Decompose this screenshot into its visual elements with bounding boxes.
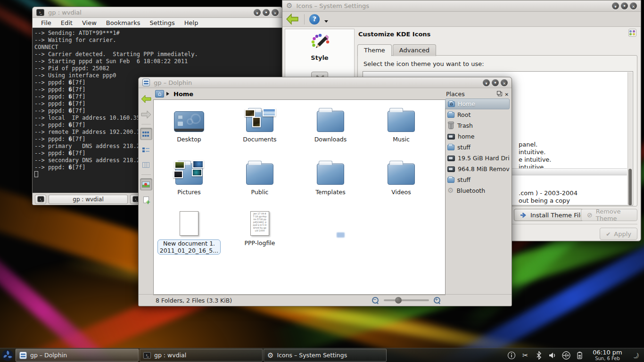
folder-item-desktop[interactable]: Desktop: [154, 104, 224, 143]
places-close-icon[interactable]: [505, 90, 509, 98]
battery-icon[interactable]: [575, 351, 585, 360]
menu-edit[interactable]: Edit: [56, 18, 77, 27]
breadcrumb: Home: [153, 88, 445, 99]
terminal-tab-label: gp : wvdial: [73, 196, 103, 203]
folder-icon: [246, 164, 273, 185]
folder-item-music[interactable]: Music: [366, 104, 437, 143]
zoom-slider-handle[interactable]: [395, 297, 402, 304]
settings-toolbar: [282, 12, 641, 27]
terminal-tab[interactable]: gp : wvdial: [49, 195, 128, 204]
places-float-icon[interactable]: [498, 92, 502, 96]
usb-device-icon[interactable]: [561, 351, 571, 360]
zoom-slider[interactable]: [384, 299, 429, 301]
folder-item-public[interactable]: Public: [224, 156, 295, 196]
file-item-ppp-logfile[interactable]: Jan 17 09:4 7:18 gp-Asp ire-5738 pp pd[1…: [224, 206, 295, 247]
clock-date: Sun, 6 Feb: [593, 355, 622, 362]
task-button-dolphin[interactable]: gp – Dolphin: [16, 349, 139, 362]
minimize-button[interactable]: [612, 2, 619, 9]
settings-titlebar[interactable]: ⚙ Icons – System Settings: [282, 0, 641, 12]
menu-file[interactable]: File: [36, 18, 56, 27]
forward-icon: [140, 110, 152, 119]
klipper-icon[interactable]: [520, 351, 530, 360]
columns-view-button[interactable]: [140, 159, 152, 171]
bluetooth-icon[interactable]: [534, 351, 544, 360]
remove-theme-button[interactable]: Remove Theme: [581, 209, 637, 221]
back-icon[interactable]: [285, 13, 299, 25]
page-icon: [180, 211, 198, 236]
maximize-button[interactable]: [621, 2, 628, 9]
dolphin-titlebar[interactable]: gp – Dolphin: [139, 77, 512, 88]
menu-help[interactable]: Help: [180, 18, 203, 27]
folder-item-documents[interactable]: Documents: [224, 104, 295, 143]
terminal-line: CONNECT: [34, 44, 282, 51]
zoom-in-icon[interactable]: +: [434, 297, 441, 304]
folder-item-videos[interactable]: Videos: [366, 156, 437, 196]
help-icon[interactable]: [309, 14, 320, 25]
folder-icon: [388, 111, 415, 132]
minimize-button[interactable]: [483, 79, 490, 86]
settings-tabs: Theme Advanced: [357, 44, 437, 56]
info-icon[interactable]: [507, 351, 516, 360]
place-item-hard-drive[interactable]: 19.5 GiB Hard Drive: [445, 153, 510, 164]
system-tray: 06:10 pm Sun, 6 Feb: [507, 348, 644, 362]
dolphin-file-view[interactable]: Desktop Documents Downloads Music: [153, 99, 446, 295]
clock[interactable]: 06:10 pm Sun, 6 Feb: [589, 349, 626, 362]
menu-bookmarks[interactable]: Bookmarks: [101, 18, 145, 27]
theme-list-text: panel.: [519, 141, 537, 148]
minimize-button[interactable]: [254, 9, 261, 16]
app-launcher-button[interactable]: [0, 348, 15, 362]
split-view-button[interactable]: [140, 194, 152, 206]
folder-item-templates[interactable]: Templates: [295, 156, 366, 196]
remove-icon: [587, 211, 593, 219]
task-button-wvdial[interactable]: gp : wvdial: [140, 349, 263, 362]
maximize-button[interactable]: [492, 79, 499, 86]
place-item-stuff[interactable]: stuff: [445, 142, 510, 153]
places-header[interactable]: Places: [445, 89, 510, 99]
maximize-button[interactable]: [263, 9, 270, 16]
sidebar-item-style[interactable]: Style: [285, 29, 354, 61]
task-button-system-settings[interactable]: Icons – System Settings: [264, 349, 387, 362]
place-item-root[interactable]: Root: [445, 109, 510, 120]
folder-item-downloads[interactable]: Downloads: [295, 104, 366, 143]
close-button[interactable]: [630, 2, 637, 9]
drive-icon: [447, 156, 455, 161]
file-item-new-document[interactable]: New document 1.2011_01_20_16_5...: [154, 206, 224, 255]
close-button[interactable]: [272, 9, 279, 16]
breadcrumb-home[interactable]: Home: [173, 90, 193, 98]
place-item-removable[interactable]: 964.8 MiB Remov…: [445, 164, 510, 174]
menu-settings[interactable]: Settings: [145, 18, 179, 27]
place-item-stuff2[interactable]: stuff: [445, 174, 510, 185]
place-item-trash[interactable]: Trash: [445, 120, 510, 131]
forward-button[interactable]: [140, 108, 152, 121]
scrollbar-thumb[interactable]: [628, 169, 632, 206]
preview-button[interactable]: [140, 178, 152, 190]
window-dolphin: gp – Dolphin Home Desktop: [138, 77, 512, 306]
close-button[interactable]: [501, 79, 508, 86]
place-item-bluetooth[interactable]: Bluetooth: [445, 185, 510, 196]
folder-item-pictures[interactable]: Pictures: [154, 156, 224, 196]
menu-view[interactable]: View: [77, 18, 101, 27]
tab-theme[interactable]: Theme: [357, 44, 392, 56]
gear-icon: ⚙: [286, 2, 292, 9]
konsole-titlebar[interactable]: gp : wvdial: [33, 7, 282, 18]
drive-icon: [447, 134, 455, 140]
details-view-button[interactable]: [140, 143, 152, 156]
place-item-home-drive[interactable]: home: [445, 131, 510, 142]
terminal-line: --> Sending: ATDT*99***1#: [34, 30, 282, 37]
cashew-icon[interactable]: [628, 348, 643, 362]
home-icon[interactable]: [155, 90, 164, 98]
text-preview-icon: Jan 17 09:4 7:18 gp-Asp ire-5738 pp pd[1…: [250, 211, 269, 236]
back-button[interactable]: [140, 93, 152, 105]
caret-down-icon[interactable]: [324, 20, 328, 25]
tab-advanced[interactable]: Advanced: [393, 44, 436, 56]
dolphin-icon: [19, 352, 27, 359]
zoom-out-icon[interactable]: −: [372, 297, 379, 304]
theme-description-text: .com ) - 2003-2004: [519, 189, 578, 197]
new-tab-button[interactable]: [35, 195, 46, 204]
list-scrollbar[interactable]: [627, 72, 632, 205]
module-grid-icon[interactable]: [628, 29, 636, 37]
place-item-home[interactable]: Home: [445, 99, 510, 109]
volume-icon[interactable]: [548, 351, 557, 360]
apply-button[interactable]: Apply: [600, 228, 637, 240]
icons-view-button[interactable]: [140, 128, 152, 140]
